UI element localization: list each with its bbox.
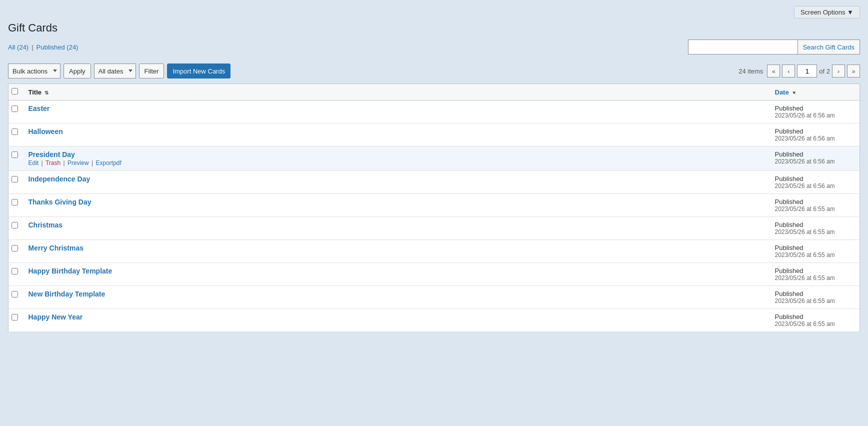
row-date-cell: Published2023/05/26 at 6:56 am (770, 124, 860, 146)
row-title-link[interactable]: Happy Birthday Template (28, 267, 112, 275)
search-area: Search Gift Cards (688, 40, 860, 54)
table-row: HalloweenPublished2023/05/26 at 6:56 am (8, 124, 860, 146)
date-status: Published2023/05/26 at 6:56 am (775, 128, 855, 142)
table-row: New Birthday TemplatePublished2023/05/26… (8, 286, 860, 309)
status-label: Published (775, 104, 855, 112)
row-checkbox-cell (8, 240, 24, 263)
row-checkbox[interactable] (12, 222, 18, 228)
first-page-button[interactable]: « (767, 64, 780, 78)
exportpdf-link[interactable]: Exportpdf (96, 160, 122, 166)
title-sort-icon: ⇅ (44, 90, 48, 96)
date-value: 2023/05/26 at 6:55 am (775, 206, 855, 212)
row-actions: Edit | Trash | Preview | Exportpdf (28, 160, 765, 166)
row-checkbox[interactable] (12, 106, 18, 112)
row-checkbox[interactable] (12, 291, 18, 298)
row-checkbox[interactable] (12, 128, 18, 135)
row-date-cell: Published2023/05/26 at 6:55 am (770, 217, 860, 240)
row-title-link[interactable]: Thanks Giving Day (28, 198, 92, 206)
row-checkbox[interactable] (12, 245, 18, 252)
row-title-cell: New Birthday Template (24, 286, 770, 309)
search-input[interactable] (688, 40, 798, 54)
row-date-cell: Published2023/05/26 at 6:56 am (770, 146, 860, 171)
table-row: Independence DayPublished2023/05/26 at 6… (8, 171, 860, 194)
screen-options-button[interactable]: Screen Options ▼ (794, 6, 860, 18)
all-dates-select[interactable]: All dates (94, 64, 136, 78)
select-all-column (8, 84, 24, 100)
row-checkbox[interactable] (12, 152, 18, 158)
title-column-header[interactable]: Title ⇅ (24, 84, 770, 100)
edit-link[interactable]: Edit (28, 160, 39, 166)
date-value: 2023/05/26 at 6:56 am (775, 112, 855, 119)
row-title-cell: Happy Birthday Template (24, 263, 770, 286)
table-row: Happy New YearPublished2023/05/26 at 6:5… (8, 309, 860, 332)
row-title-link[interactable]: Happy New Year (28, 313, 83, 321)
table-row: EasterPublished2023/05/26 at 6:56 am (8, 100, 860, 124)
import-new-cards-button[interactable]: Import New Cards (167, 64, 230, 78)
items-count: 24 items (738, 68, 763, 75)
row-title-cell: Easter (24, 100, 770, 124)
row-title-cell: President DayEdit | Trash | Preview | Ex… (24, 146, 770, 171)
date-column-header[interactable]: Date ▼ (770, 84, 860, 100)
date-status: Published2023/05/26 at 6:55 am (775, 221, 855, 236)
filter-all-link[interactable]: All (24) (8, 44, 28, 51)
date-value: 2023/05/26 at 6:55 am (775, 228, 855, 236)
gift-cards-table: Title ⇅ Date ▼ EasterPublished2023/05/26… (8, 84, 860, 332)
date-status: Published2023/05/26 at 6:55 am (775, 313, 855, 328)
toolbar: Bulk actions Apply All dates Filter Impo… (8, 64, 860, 78)
row-date-cell: Published2023/05/26 at 6:56 am (770, 100, 860, 124)
filter-separator: | (32, 44, 33, 51)
row-checkbox-cell (8, 100, 24, 124)
row-date-cell: Published2023/05/26 at 6:55 am (770, 286, 860, 309)
page-number-input[interactable] (797, 64, 817, 78)
next-page-button[interactable]: › (832, 64, 845, 78)
row-title-link[interactable]: New Birthday Template (28, 290, 106, 298)
row-checkbox[interactable] (12, 176, 18, 182)
status-label: Published (775, 150, 855, 158)
date-value: 2023/05/26 at 6:55 am (775, 298, 855, 304)
row-title-cell: Christmas (24, 217, 770, 240)
status-label: Published (775, 244, 855, 252)
prev-page-button[interactable]: ‹ (782, 64, 795, 78)
row-checkbox[interactable] (12, 314, 18, 320)
row-title-link[interactable]: Halloween (28, 128, 63, 136)
search-gift-cards-button[interactable]: Search Gift Cards (798, 40, 860, 54)
date-value: 2023/05/26 at 6:56 am (775, 135, 855, 142)
row-checkbox[interactable] (12, 268, 18, 274)
row-title-link[interactable]: Christmas (28, 221, 62, 229)
date-status: Published2023/05/26 at 6:56 am (775, 175, 855, 190)
bulk-actions-select[interactable]: Bulk actions (8, 64, 60, 78)
row-checkbox-cell (8, 217, 24, 240)
row-date-cell: Published2023/05/26 at 6:55 am (770, 309, 860, 332)
row-checkbox-cell (8, 194, 24, 217)
row-title-cell: Happy New Year (24, 309, 770, 332)
row-checkbox[interactable] (12, 199, 18, 206)
row-title-link[interactable]: Independence Day (28, 175, 90, 183)
date-status: Published2023/05/26 at 6:56 am (775, 150, 855, 165)
status-label: Published (775, 128, 855, 135)
row-checkbox-cell (8, 263, 24, 286)
status-label: Published (775, 198, 855, 206)
date-status: Published2023/05/26 at 6:55 am (775, 290, 855, 304)
last-page-button[interactable]: » (847, 64, 860, 78)
pagination: 24 items « ‹ of 2 › » (738, 64, 860, 78)
date-status: Published2023/05/26 at 6:55 am (775, 267, 855, 282)
table-body: EasterPublished2023/05/26 at 6:56 amHall… (8, 100, 860, 332)
row-title-link[interactable]: President Day (28, 150, 75, 158)
status-label: Published (775, 290, 855, 298)
filter-published-link[interactable]: Published (24) (36, 44, 78, 51)
row-checkbox-cell (8, 171, 24, 194)
row-title-link[interactable]: Merry Christmas (28, 244, 84, 252)
preview-link[interactable]: Preview (68, 160, 89, 166)
status-label: Published (775, 221, 855, 228)
row-title-cell: Merry Christmas (24, 240, 770, 263)
select-all-checkbox[interactable] (12, 88, 18, 94)
row-date-cell: Published2023/05/26 at 6:55 am (770, 263, 860, 286)
action-separator: | (62, 160, 66, 166)
row-date-cell: Published2023/05/26 at 6:55 am (770, 240, 860, 263)
table-row: President DayEdit | Trash | Preview | Ex… (8, 146, 860, 171)
apply-button[interactable]: Apply (64, 64, 91, 78)
date-sort-icon: ▼ (792, 90, 796, 96)
trash-link[interactable]: Trash (46, 160, 60, 166)
row-title-link[interactable]: Easter (28, 104, 50, 112)
filter-button[interactable]: Filter (139, 64, 164, 78)
